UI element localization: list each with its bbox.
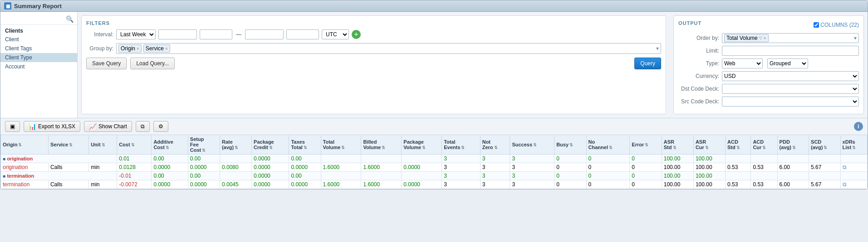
columns-checkbox[interactable]: [814, 22, 819, 28]
export-xlsx-button[interactable]: 📊 Export to XLSX: [24, 121, 80, 132]
dst-code-label: Dst Code Deck:: [678, 86, 719, 92]
sidebar-item-client-type[interactable]: Client Type: [0, 53, 77, 62]
group-collapse-termination[interactable]: ■: [3, 174, 5, 179]
group-origination-cell: ■ origination: [1, 155, 117, 163]
order-by-label: Order by:: [678, 35, 719, 41]
group-term-busy: 0: [554, 172, 586, 180]
group-collapse-origination[interactable]: ■: [3, 156, 5, 161]
date-to-input[interactable]: 2021-10-03: [245, 29, 284, 39]
show-chart-button[interactable]: 📈 Show Chart: [84, 121, 132, 132]
limit-input[interactable]: No Limit: [722, 46, 859, 56]
dst-code-row: Dst Code Deck:: [678, 84, 859, 94]
grouped-select[interactable]: Grouped Flat: [767, 58, 808, 68]
col-unit: Unit⇅: [89, 135, 117, 155]
group-orig-asr-std: 100.00: [662, 155, 693, 163]
copy-button[interactable]: ⧉: [136, 121, 150, 132]
term-row-asr-std: 100.00: [662, 180, 693, 189]
date-from-input[interactable]: 2021-09-27: [158, 29, 197, 39]
groupby-tag-origin[interactable]: Origin ×: [118, 44, 142, 53]
group-termination-cell: ■ termination: [1, 172, 117, 180]
orig-row-acd-std: 0.53: [726, 163, 751, 172]
interval-label: Interval:: [86, 31, 113, 38]
dst-code-select[interactable]: [722, 84, 859, 94]
col-acd-std: ACDStd⇅: [726, 135, 751, 155]
group-orig-no-chan: 0: [586, 155, 630, 163]
group-term-total-vol: [321, 172, 361, 180]
orig-row-cost: 0.0128: [117, 163, 152, 172]
orig-row-taxes: 0.0000: [289, 163, 321, 172]
group-orig-setup: 0.00: [188, 155, 220, 163]
orig-row-unit: min: [89, 163, 117, 172]
orig-row-rate: 0.0080: [220, 163, 251, 172]
orig-row-origin: origination: [1, 163, 49, 172]
group-term-pdd: [777, 172, 809, 180]
orig-row-events: 3: [442, 163, 481, 172]
order-by-row: Order by: Total Volume ▽ × ▾: [678, 33, 859, 43]
type-select[interactable]: Web CSV Excel: [722, 58, 763, 68]
term-row-pkg-vol: 0.0000: [402, 180, 442, 189]
info-button[interactable]: i: [854, 122, 863, 131]
top-area: 🔍 Clients Client Client Tags Client Type…: [0, 12, 868, 118]
col-origin: Origin⇅: [1, 135, 49, 155]
groupby-tag-service[interactable]: Service ×: [143, 44, 170, 53]
query-button[interactable]: Query: [634, 58, 661, 69]
sidebar-search-bar[interactable]: 🔍: [0, 14, 77, 25]
tag-origin-close[interactable]: ×: [137, 46, 139, 51]
col-cost: Cost⇅: [117, 135, 152, 155]
orig-row-pkg-vol: 0.0000: [402, 163, 442, 172]
data-table-container: Origin⇅ Service⇅ Unit⇅ Cost⇅ AdditiveCos…: [0, 135, 868, 189]
add-filter-button[interactable]: +: [352, 30, 361, 39]
sidebar: 🔍 Clients Client Client Tags Client Type…: [0, 12, 78, 118]
load-query-button[interactable]: Load Query...: [130, 58, 175, 69]
group-term-scd: [809, 172, 840, 180]
src-code-select[interactable]: [722, 97, 859, 106]
time-to-input[interactable]: 23:59:59: [286, 29, 319, 39]
col-taxes-total: TaxesTotal⇅: [289, 135, 321, 155]
sidebar-item-client-tags[interactable]: Client Tags: [0, 44, 77, 53]
group-term-additive: 0.00: [152, 172, 188, 180]
save-query-button[interactable]: Save Query: [86, 58, 127, 69]
term-row-events: 3: [442, 180, 481, 189]
order-by-tag[interactable]: Total Volume ▽ ×: [724, 34, 769, 42]
time-from-input[interactable]: 00:00:00: [200, 29, 232, 39]
sidebar-item-client[interactable]: Client: [0, 35, 77, 44]
col-not-zero: NotZero⇅: [480, 135, 510, 155]
term-row-service: Calls: [48, 180, 88, 189]
table-body: ■ origination 0.01 0.00 0.00 0.0000 0.00…: [1, 155, 868, 189]
copy-icon: ⧉: [141, 123, 145, 130]
term-row-additive: 0.0000: [152, 180, 188, 189]
show-chart-label: Show Chart: [98, 123, 127, 130]
sidebar-toggle-button[interactable]: ▣: [5, 121, 20, 132]
term-row-taxes: 0.0000: [289, 180, 321, 189]
tag-service-close[interactable]: ×: [165, 46, 168, 51]
interval-row: Interval: Last Week Today This Week Cust…: [86, 29, 661, 39]
columns-checkbox-label[interactable]: COLUMNS (22): [814, 22, 859, 28]
col-success: Success⇅: [510, 135, 554, 155]
group-orig-total-vol: [321, 155, 361, 163]
col-acd-cur: ACDCur⇅: [751, 135, 777, 155]
term-row-rate: 0.0045: [220, 180, 251, 189]
col-total-events: TotalEvents⇅: [442, 135, 481, 155]
settings-button[interactable]: ⚙: [153, 121, 168, 132]
group-term-xdrs: [840, 172, 867, 180]
order-by-tag-close[interactable]: ×: [764, 36, 766, 41]
orig-row-xdrs[interactable]: ⧉: [840, 163, 867, 172]
sidebar-item-account[interactable]: Account: [0, 62, 77, 71]
term-row-xdrs[interactable]: ⧉: [840, 180, 867, 189]
interval-select[interactable]: Last Week Today This Week Custom: [116, 29, 156, 39]
group-term-asr-std: 100.00: [662, 172, 693, 180]
tag-origin-label: Origin: [121, 45, 135, 52]
xdrs-copy-term[interactable]: ⧉: [843, 181, 847, 188]
group-orig-success: 3: [510, 155, 554, 163]
xdrs-copy-orig[interactable]: ⧉: [843, 164, 847, 170]
group-orig-acd-std: [726, 155, 751, 163]
col-xdrs-list: xDRsList⇅: [840, 135, 867, 155]
currency-select[interactable]: USD EUR: [722, 71, 859, 81]
groupby-selector[interactable]: Origin × Service × ▾: [116, 43, 661, 54]
timezone-select[interactable]: UTC US/Eastern: [322, 29, 349, 39]
search-icon: 🔍: [66, 15, 74, 23]
term-row-scd: 5.67: [809, 180, 840, 189]
app-icon: ▦: [4, 2, 11, 10]
orig-row-pdd: 6.00: [777, 163, 809, 172]
order-by-selector[interactable]: Total Volume ▽ × ▾: [722, 33, 859, 43]
